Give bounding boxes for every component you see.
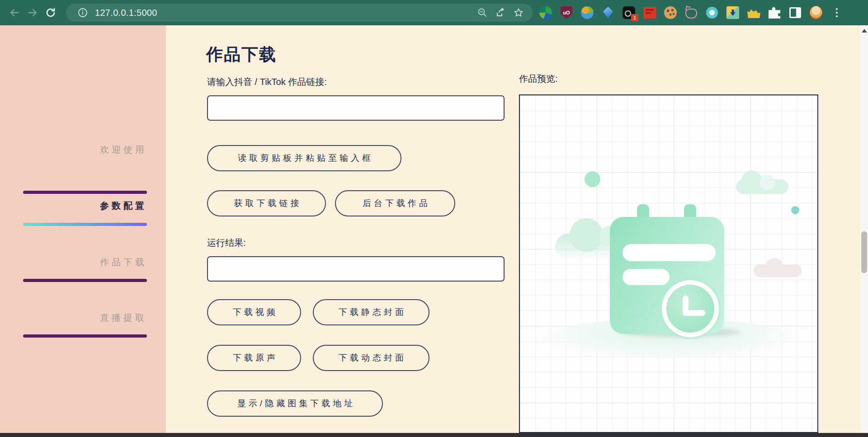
cloud-icon bbox=[736, 179, 788, 194]
extension-badge: 1 bbox=[631, 14, 638, 21]
url-text: 127.0.0.1:5000 bbox=[95, 8, 472, 18]
cookie-extension-icon[interactable] bbox=[664, 6, 677, 19]
download-audio-button[interactable]: 下载原声 bbox=[207, 345, 301, 371]
link-input-label: 请输入抖音 / TikTok 作品链接: bbox=[207, 76, 327, 88]
sidebar-item-welcome[interactable]: 欢迎使用 bbox=[20, 144, 147, 156]
scrollbar-thumb[interactable] bbox=[861, 231, 867, 273]
download-video-button[interactable]: 下载视频 bbox=[207, 299, 301, 325]
preview-canvas bbox=[519, 94, 818, 433]
sidebar-divider bbox=[23, 334, 147, 338]
preview-label: 作品预览: bbox=[519, 73, 558, 85]
browser-toolbar: 127.0.0.1:5000 uO 1 bbox=[0, 0, 868, 25]
read-clipboard-button[interactable]: 读取剪贴板并粘贴至输入框 bbox=[207, 145, 401, 171]
idm-extension-icon[interactable] bbox=[539, 6, 552, 19]
decor-dot bbox=[791, 206, 799, 214]
download-dynamic-cover-button[interactable]: 下载动态封面 bbox=[313, 345, 429, 371]
red-reader-extension-icon[interactable] bbox=[643, 6, 656, 19]
page-scrollbar[interactable] bbox=[860, 25, 868, 433]
get-download-link-button[interactable]: 获取下载链接 bbox=[207, 190, 326, 216]
extensions-row: uO 1 bbox=[539, 6, 844, 19]
cat-extension-icon[interactable] bbox=[684, 6, 698, 19]
forward-icon[interactable] bbox=[24, 4, 42, 22]
cloud-icon bbox=[754, 264, 802, 277]
clock-hand bbox=[683, 310, 705, 316]
puzzle-extensions-icon[interactable] bbox=[768, 6, 781, 19]
toggle-gallery-urls-button[interactable]: 显示/隐藏图集下载地址 bbox=[207, 390, 383, 417]
calendar-text-bar bbox=[623, 244, 716, 261]
scroll-up-arrow-icon[interactable] bbox=[862, 29, 867, 33]
sidebar-active-indicator bbox=[23, 223, 147, 226]
downloader-extension-icon[interactable] bbox=[726, 6, 740, 19]
address-bar[interactable]: 127.0.0.1:5000 bbox=[66, 4, 533, 22]
fishbowl-extension-icon[interactable] bbox=[580, 6, 594, 19]
yellow-cat-extension-icon[interactable] bbox=[747, 6, 760, 19]
decor-circle bbox=[585, 171, 600, 187]
sidebar-item-config[interactable]: 参数配置 bbox=[20, 200, 147, 212]
sidebar-nav: 欢迎使用 参数配置 作品下载 直播提取 bbox=[0, 25, 166, 433]
sidebar-divider bbox=[23, 279, 147, 282]
dark-panel-extension-icon[interactable]: 1 bbox=[622, 6, 636, 19]
site-info-icon[interactable] bbox=[75, 5, 90, 20]
teal-ring-extension-icon[interactable] bbox=[705, 6, 719, 19]
link-input[interactable] bbox=[207, 95, 505, 121]
reload-icon[interactable] bbox=[42, 4, 60, 22]
page-title: 作品下载 bbox=[206, 43, 277, 66]
result-label: 运行结果: bbox=[207, 237, 246, 249]
zoom-out-icon[interactable] bbox=[475, 5, 490, 20]
sidebar-divider bbox=[23, 191, 147, 194]
result-input[interactable] bbox=[207, 256, 505, 282]
ublock-extension-icon[interactable]: uO bbox=[560, 6, 573, 19]
sidebar-item-download[interactable]: 作品下载 bbox=[20, 256, 147, 268]
profile-avatar[interactable] bbox=[809, 6, 823, 19]
sidebar-item-live[interactable]: 直播提取 bbox=[20, 312, 147, 324]
download-static-cover-button[interactable]: 下载静态封面 bbox=[313, 299, 429, 325]
side-panel-icon[interactable] bbox=[788, 6, 802, 19]
share-icon[interactable] bbox=[493, 5, 508, 20]
menu-kebab-icon[interactable] bbox=[830, 6, 844, 19]
blue-gem-extension-icon[interactable] bbox=[601, 6, 615, 19]
bookmark-star-icon[interactable] bbox=[511, 5, 526, 20]
calendar-text-bar bbox=[623, 269, 670, 285]
screen-bottom-edge bbox=[0, 433, 868, 437]
background-download-button[interactable]: 后台下载作品 bbox=[335, 190, 455, 216]
back-icon[interactable] bbox=[5, 4, 24, 22]
clock-icon bbox=[662, 280, 719, 337]
